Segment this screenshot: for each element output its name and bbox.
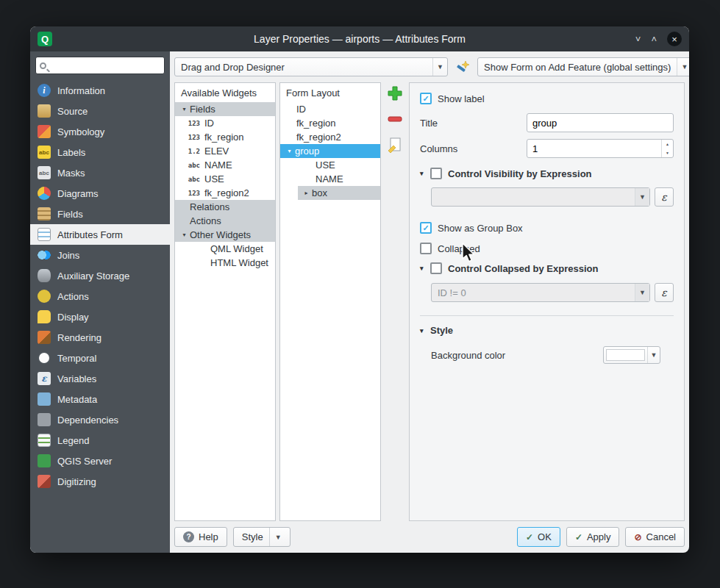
sidebar-item-qgis-server[interactable]: QGIS Server — [30, 451, 170, 471]
collapse-arrow-icon[interactable]: ▾ — [179, 232, 190, 238]
variables-icon: ε — [38, 372, 51, 385]
help-button[interactable]: ? Help — [174, 527, 227, 547]
add-container-button[interactable] — [386, 85, 404, 102]
sidebar-search[interactable] — [35, 57, 165, 74]
columns-spinbox[interactable] — [527, 139, 674, 158]
remove-item-button[interactable] — [386, 110, 404, 128]
sidebar-item-information[interactable]: iInformation — [30, 80, 170, 101]
layout-item-name[interactable]: NAME — [280, 172, 380, 186]
sidebar-item-rendering[interactable]: Rendering — [30, 327, 170, 348]
layout-item-use[interactable]: USE — [280, 158, 380, 172]
designer-mode-value: Drag and Drop Designer — [175, 62, 432, 73]
autogenerate-form-button[interactable] — [455, 57, 471, 76]
collapse-arrow-icon[interactable]: ▾ — [420, 170, 430, 177]
layout-item-group-selected[interactable]: ▾group — [280, 144, 380, 158]
spin-up-icon[interactable]: ▲ — [662, 140, 673, 148]
help-icon: ? — [183, 531, 194, 542]
spin-down-icon[interactable]: ▼ — [662, 148, 673, 157]
sidebar-item-variables[interactable]: εVariables — [30, 368, 170, 389]
field-type-icon: abc — [185, 176, 200, 183]
sidebar-item-labels[interactable]: abcLabels — [30, 142, 170, 162]
tree-item-qml-widget[interactable]: QML Widget — [175, 242, 275, 256]
layout-item-box[interactable]: ▸box — [298, 186, 380, 200]
tree-group-relations[interactable]: Relations — [175, 200, 275, 214]
spinbox-arrows[interactable]: ▲ ▼ — [661, 140, 673, 157]
chevron-down-icon: ▼ — [635, 284, 649, 301]
sidebar-item-label: Labels — [57, 147, 85, 158]
field-type-icon: 1.2 — [185, 148, 200, 155]
sidebar-item-label: Dependencies — [57, 415, 118, 426]
title-field-label: Title — [420, 118, 527, 129]
sidebar-item-source[interactable]: Source — [30, 101, 170, 121]
collapse-arrow-icon[interactable]: ▾ — [179, 106, 190, 112]
tree-item-field[interactable]: abcNAME — [175, 158, 275, 172]
title-input[interactable] — [527, 113, 674, 132]
attributes-form-page: Drag and Drop Designer ▼ Show Form on Ad… — [170, 51, 689, 553]
sidebar-item-symbology[interactable]: Symbology — [30, 121, 170, 142]
chevron-up-button[interactable]: ˄ — [651, 35, 657, 44]
sidebar-item-diagrams[interactable]: Diagrams — [30, 183, 170, 204]
search-input[interactable] — [50, 60, 160, 71]
chevron-down-button[interactable]: ˅ — [635, 35, 641, 44]
tree-item-field[interactable]: abcUSE — [175, 172, 275, 186]
sidebar-item-metadata[interactable]: Metadata — [30, 389, 170, 409]
sidebar-item-label: Metadata — [57, 394, 97, 405]
metadata-icon — [38, 392, 51, 406]
collapsed-expression-checkbox[interactable] — [430, 262, 442, 274]
rendering-icon — [38, 331, 51, 344]
sidebar-item-joins[interactable]: Joins — [30, 245, 170, 265]
cancel-button[interactable]: ⊘ Cancel — [625, 527, 685, 547]
sidebar-item-attributes-form[interactable]: Attributes Form — [30, 224, 170, 245]
tree-item-field[interactable]: 1.2ELEV — [175, 144, 275, 158]
tree-item-field[interactable]: 123fk_region2 — [175, 186, 275, 200]
edit-item-button[interactable] — [386, 136, 404, 154]
collapsed-expression-combo[interactable]: ID != 0 ▼ — [431, 283, 650, 302]
layout-item-fk-region[interactable]: fk_region — [280, 116, 380, 130]
sidebar-item-label: Auxiliary Storage — [57, 270, 129, 282]
sidebar-item-digitizing[interactable]: Digitizing — [30, 471, 170, 492]
show-label-checkbox[interactable]: ✓ — [420, 93, 432, 104]
collapse-arrow-icon[interactable]: ▾ — [284, 148, 295, 154]
tree-group-other-widgets[interactable]: ▾Other Widgets — [175, 228, 275, 242]
field-type-icon: abc — [185, 162, 200, 169]
background-color-button[interactable]: ▼ — [603, 346, 660, 364]
tree-item-field[interactable]: 123fk_region — [175, 130, 275, 144]
visibility-expression-checkbox[interactable] — [430, 168, 442, 179]
sidebar-item-legend[interactable]: Legend — [30, 430, 170, 451]
collapse-arrow-icon[interactable]: ▾ — [420, 265, 430, 272]
information-icon: i — [38, 84, 51, 97]
visibility-expression-combo[interactable]: ▼ — [431, 187, 650, 207]
collapse-arrow-icon[interactable]: ▾ — [420, 327, 430, 334]
check-icon: ✓ — [422, 224, 429, 232]
close-button[interactable]: × — [667, 32, 682, 46]
tree-item-field[interactable]: 123ID — [175, 116, 275, 130]
titlebar[interactable]: Q Layer Properties — airports — Attribut… — [30, 26, 689, 51]
tree-group-fields[interactable]: ▾Fields — [175, 102, 275, 116]
tree-item-label: fk_region2 — [296, 132, 341, 143]
visibility-expression-builder-button[interactable]: ε — [655, 187, 674, 207]
ok-button[interactable]: ✓ OK — [517, 527, 560, 547]
style-menu-button[interactable]: Style ▼ — [233, 527, 291, 547]
layout-item-fk-region2[interactable]: fk_region2 — [280, 130, 380, 144]
sidebar-item-auxiliary-storage[interactable]: Auxiliary Storage — [30, 265, 170, 286]
sidebar-item-display[interactable]: Display — [30, 306, 170, 327]
apply-button[interactable]: ✓ Apply — [566, 527, 620, 547]
sidebar-item-actions[interactable]: Actions — [30, 286, 170, 306]
form-open-mode-select[interactable]: Show Form on Add Feature (global setting… — [477, 57, 689, 76]
designer-mode-select[interactable]: Drag and Drop Designer ▼ — [174, 57, 448, 76]
tree-item-html-widget[interactable]: HTML Widget — [175, 256, 275, 270]
show-as-group-box-checkbox[interactable]: ✓ — [420, 222, 432, 234]
show-as-group-box-text: Show as Group Box — [438, 223, 523, 234]
tree-group-actions[interactable]: Actions — [175, 214, 275, 228]
expand-arrow-icon[interactable]: ▸ — [301, 190, 312, 196]
layout-item-id[interactable]: ID — [280, 102, 380, 116]
sidebar-item-label: Symbology — [57, 126, 104, 137]
sidebar-item-temporal[interactable]: Temporal — [30, 348, 170, 368]
masks-icon: abc — [38, 166, 51, 179]
collapsed-checkbox[interactable] — [420, 243, 432, 254]
sidebar-item-masks[interactable]: abcMasks — [30, 162, 170, 183]
sidebar-item-dependencies[interactable]: Dependencies — [30, 409, 170, 430]
collapsed-expression-builder-button[interactable]: ε — [655, 283, 674, 302]
sidebar-item-fields[interactable]: Fields — [30, 204, 170, 224]
cancel-button-label: Cancel — [646, 531, 676, 542]
